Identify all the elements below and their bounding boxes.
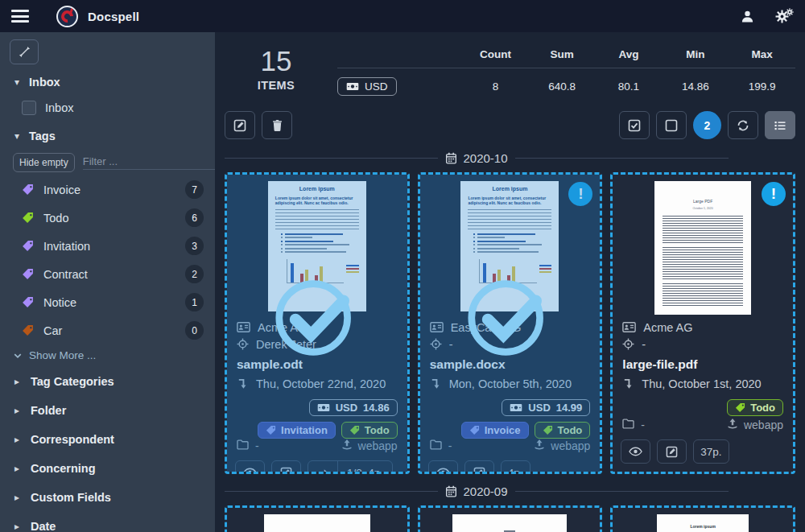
item-card[interactable]: Lorem ipsum dolor sit amet, consectetur …	[418, 505, 603, 532]
list-icon	[774, 119, 786, 132]
caret-right-icon: ▸	[13, 521, 21, 532]
card-footer: 4p.	[420, 457, 601, 474]
edit-item-button[interactable]	[464, 460, 494, 474]
top-navbar: Docspell	[0, 0, 805, 32]
tag-count-badge: 3	[185, 237, 204, 255]
item-card-large-file-pdf[interactable]: ! Large PDF October 1, 2020 Acme AG	[610, 172, 795, 474]
concerning-row: -	[622, 336, 783, 353]
sidebar-section-tags[interactable]: ▾ Tags	[0, 122, 215, 148]
tag-item-todo[interactable]: Todo 6	[0, 204, 215, 232]
show-more-tags[interactable]: Show More ...	[0, 344, 215, 367]
select-all-button[interactable]	[619, 111, 650, 139]
tag-item-invitation[interactable]: Invitation 3	[0, 232, 215, 260]
item-date-row: Thu, October 1st, 2020	[622, 375, 783, 392]
source-label: webapp	[744, 419, 783, 431]
check-square-icon	[628, 119, 641, 132]
stat-avg-value: 80.1	[596, 80, 663, 93]
folder-icon	[237, 439, 249, 452]
app-title: Docspell	[88, 10, 139, 23]
tag-item-notice[interactable]: Notice 1	[0, 288, 215, 316]
folder-source-row: - webapp	[237, 439, 398, 457]
sidebar-expand-button[interactable]	[10, 39, 39, 64]
inbox-filter-item[interactable]: Inbox	[0, 94, 215, 122]
edit-icon	[280, 467, 292, 475]
amount-badge: USD 14.99	[502, 399, 590, 416]
edit-item-button[interactable]	[271, 460, 301, 474]
preview-eye-button[interactable]	[621, 439, 650, 464]
item-card-sample-odt[interactable]: Lorem ipsum Lorem ipsum dolor sit amet, …	[225, 172, 410, 474]
sidebar-section-custom-fields[interactable]: ▸ Custom Fields	[0, 483, 215, 512]
open-attachment-button-group[interactable]: 1/2, 4p.	[308, 460, 393, 474]
tag-icon	[22, 296, 34, 308]
col-header-count: Count	[462, 48, 529, 60]
tag-icon	[349, 425, 360, 435]
tag-icon	[22, 324, 34, 336]
correspondent-row: EasyCare AG	[430, 319, 591, 336]
folder-icon	[622, 419, 634, 431]
sidebar-section-tag-categories[interactable]: ▸ Tag Categories	[0, 367, 215, 396]
selected-count-badge[interactable]: 2	[693, 111, 721, 139]
eye-icon	[436, 468, 450, 474]
edit-selected-button[interactable]	[225, 111, 255, 139]
tag-item-contract[interactable]: Contract 2	[0, 260, 215, 288]
item-card[interactable]: Lorem ipsum Lorem ipsum dolor sit amet, …	[610, 505, 795, 532]
concerning-row: Derek Jeter	[237, 336, 398, 353]
date-group-header: 2020-10	[225, 151, 795, 165]
tag-count-badge: 1	[185, 293, 204, 311]
refresh-button[interactable]	[728, 111, 758, 139]
delete-selected-button[interactable]	[262, 111, 292, 139]
currency-stats-table: Count Sum Avg Min Max USD 8 640.8 8	[337, 45, 795, 101]
trash-icon	[271, 119, 283, 132]
item-card[interactable]: Keywords in PDF	[225, 505, 410, 532]
sidebar-section-concerning[interactable]: ▸ Concerning	[0, 454, 215, 483]
items-main-area: 15 ITEMS Count Sum Avg Min Max USD	[215, 32, 805, 532]
currency-chip: USD	[337, 77, 397, 96]
stats-summary: 15 ITEMS Count Sum Avg Min Max USD	[225, 32, 795, 101]
inbox-checkbox[interactable]	[22, 101, 36, 115]
item-title[interactable]: sample.odt	[237, 357, 398, 372]
document-preview[interactable]: Lorem ipsum dolor sit amet, consectetur …	[420, 508, 601, 532]
list-view-toggle-button[interactable]	[765, 111, 795, 139]
document-preview[interactable]: Lorem ipsum Lorem ipsum dolor sit amet, …	[613, 508, 793, 532]
item-date-row: Mon, October 5th, 2020	[430, 375, 591, 392]
items-toolbar: 2	[225, 111, 795, 139]
money-bill-icon	[510, 403, 522, 412]
stat-sum-value: 640.8	[529, 80, 596, 93]
item-card-sample-docx[interactable]: ! Lorem ipsum Lorem ipsum dolor sit amet…	[418, 172, 603, 474]
preview-eye-button[interactable]	[235, 460, 265, 474]
user-icon[interactable]	[741, 10, 754, 23]
sidebar-section-inbox[interactable]: ▾ Inbox	[0, 68, 215, 94]
tag-item-car[interactable]: Car 0	[0, 316, 215, 344]
sidebar-section-date[interactable]: ▸ Date	[0, 512, 215, 532]
deselect-all-button[interactable]	[656, 111, 687, 139]
tag-icon	[266, 425, 276, 435]
pages-label: 37p.	[693, 439, 729, 464]
eye-icon	[629, 447, 642, 456]
edit-icon	[666, 446, 678, 458]
preview-eye-button[interactable]	[428, 460, 458, 474]
square-icon	[665, 119, 678, 132]
tag-item-invoice[interactable]: Invoice 7	[0, 175, 215, 204]
edit-item-button[interactable]	[657, 439, 687, 464]
folder-source-row: - webapp	[430, 439, 591, 457]
col-header-sum: Sum	[529, 48, 596, 60]
item-title[interactable]: sample.docx	[430, 357, 591, 372]
arrow-turn-down-icon	[430, 377, 442, 390]
document-preview[interactable]: Keywords in PDF	[227, 508, 407, 532]
item-card-grid: Keywords in PDF Lorem ipsum dolor sit am…	[225, 505, 795, 532]
calendar-icon	[445, 485, 457, 497]
card-footer: 37p.	[613, 436, 793, 472]
sidebar-section-correspondent[interactable]: ▸ Correspondent	[0, 425, 215, 454]
settings-cogs-icon[interactable]	[775, 10, 794, 23]
correspondent-row: Acme AG	[622, 319, 783, 336]
document-preview[interactable]: Lorem ipsum Lorem ipsum dolor sit amet, …	[227, 175, 407, 313]
hide-empty-button[interactable]: Hide empty	[13, 153, 75, 172]
col-header-max: Max	[729, 48, 795, 60]
pages-label: 4p.	[501, 460, 530, 474]
item-title[interactable]: large-file.pdf	[622, 357, 783, 372]
tag-filter-input[interactable]	[83, 155, 215, 167]
source-label: webapp	[358, 439, 398, 452]
menu-hamburger-icon[interactable]	[11, 10, 29, 23]
sidebar-section-folder[interactable]: ▸ Folder	[0, 396, 215, 425]
arrow-turn-down-icon	[237, 377, 249, 390]
